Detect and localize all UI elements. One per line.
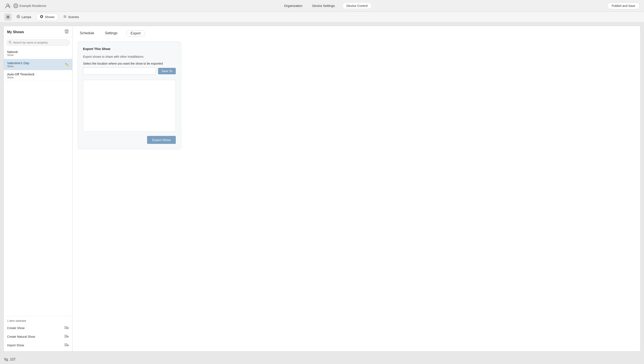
show-item-name: Natural xyxy=(7,50,69,54)
create-show-label: Create Show xyxy=(7,326,25,330)
edit-icon[interactable]: ✏️ xyxy=(65,63,69,66)
delete-icon[interactable] xyxy=(65,29,69,35)
import-show-button[interactable]: Import Show xyxy=(4,341,72,350)
svg-point-4 xyxy=(14,4,17,7)
search-input[interactable] xyxy=(13,41,67,44)
list-plus-icon-3 xyxy=(64,343,69,348)
show-item-type: Show xyxy=(7,76,69,79)
show-item-name: Valentine's Day xyxy=(7,61,29,65)
show-item-type: Show xyxy=(7,65,29,68)
list-item[interactable]: Natural Show xyxy=(4,48,72,59)
residence-icon xyxy=(13,4,18,8)
tab-lamps[interactable]: Lamps xyxy=(13,13,35,21)
user-icon xyxy=(4,2,11,9)
nav-organization[interactable]: Organization xyxy=(282,3,304,8)
main-content: My Shows Natural Show xyxy=(0,22,644,355)
right-panel: Schedule Settings Export Export This Sho… xyxy=(73,26,640,352)
export-card: Export This Show Export shows to share w… xyxy=(78,42,181,149)
search-icon xyxy=(9,41,12,44)
import-show-label: Import Show xyxy=(7,344,24,347)
tab-export[interactable]: Export xyxy=(126,30,145,36)
svg-point-5 xyxy=(15,5,16,6)
shows-icon xyxy=(40,15,44,20)
export-location-label: Select the location where you want the s… xyxy=(83,62,176,65)
export-description: Export shows to share with other install… xyxy=(83,55,176,58)
show-item-info: Valentine's Day Show xyxy=(7,61,29,68)
show-item-row: Valentine's Day Show ✏️ xyxy=(7,61,69,68)
tab-schedule[interactable]: Schedule xyxy=(78,30,96,36)
export-path-input[interactable] xyxy=(83,68,156,75)
svg-rect-9 xyxy=(8,17,9,18)
shows-list: Natural Show Valentine's Day Show ✏️ Aut… xyxy=(4,48,72,316)
toolbar: Lamps Shows Scenes xyxy=(0,12,644,22)
residence-badge: Example Residence xyxy=(13,4,46,8)
nav-device-control[interactable]: Device Control xyxy=(343,3,371,8)
search-box xyxy=(6,40,70,46)
list-plus-icon xyxy=(64,326,69,330)
add-button[interactable] xyxy=(4,13,12,21)
shows-footer: 1 item selected Create Show Create Natur… xyxy=(4,316,72,351)
lamps-icon xyxy=(16,15,20,20)
publish-save-button[interactable]: Publish and Save xyxy=(607,2,640,9)
tab-shows[interactable]: Shows xyxy=(36,13,58,21)
residence-name: Example Residence xyxy=(20,4,46,8)
svg-point-10 xyxy=(17,15,20,18)
show-item-type: Show xyxy=(7,54,69,57)
svg-rect-6 xyxy=(7,16,8,17)
shows-panel-title: My Shows xyxy=(7,30,24,34)
shows-panel-header: My Shows xyxy=(4,26,72,37)
svg-point-11 xyxy=(18,16,19,17)
tab-scenes-label: Scenes xyxy=(68,15,79,19)
svg-point-13 xyxy=(41,16,42,17)
create-show-button[interactable]: Create Show xyxy=(4,324,72,332)
export-card-title: Export This Show xyxy=(83,47,176,50)
figure-caption: fig. 107 xyxy=(0,355,644,364)
tab-lamps-label: Lamps xyxy=(22,15,31,19)
top-nav-left: Example Residence xyxy=(4,2,46,9)
list-item[interactable]: Auto-Off Timeclock Show xyxy=(4,70,72,82)
top-nav-center: Organization Device Settings Device Cont… xyxy=(282,3,371,8)
svg-point-0 xyxy=(7,4,9,6)
svg-rect-7 xyxy=(8,16,9,17)
top-nav-right: Publish and Save xyxy=(607,2,640,9)
svg-line-18 xyxy=(11,43,12,44)
tab-scenes[interactable]: Scenes xyxy=(60,13,82,21)
shows-panel: My Shows Natural Show xyxy=(4,26,73,352)
scenes-icon xyxy=(63,15,67,20)
svg-rect-8 xyxy=(7,17,8,18)
list-item[interactable]: Valentine's Day Show ✏️ xyxy=(4,59,72,70)
shows-status: 1 item selected xyxy=(4,318,72,324)
panel-tabs: Schedule Settings Export xyxy=(78,30,635,36)
save-to-button[interactable]: Save To xyxy=(158,68,176,74)
create-natural-show-button[interactable]: Create Natural Show xyxy=(4,332,72,341)
export-show-button[interactable]: Export Show xyxy=(147,136,176,144)
export-input-row: Save To xyxy=(83,68,176,75)
list-plus-icon-2 xyxy=(64,334,69,339)
create-natural-show-label: Create Natural Show xyxy=(7,335,35,338)
export-area xyxy=(83,80,176,132)
tab-settings[interactable]: Settings xyxy=(103,30,120,36)
nav-device-settings[interactable]: Device Settings xyxy=(311,3,336,8)
tab-shows-label: Shows xyxy=(45,15,55,19)
top-nav: Example Residence Organization Device Se… xyxy=(0,0,644,12)
show-item-name: Auto-Off Timeclock xyxy=(7,72,69,76)
